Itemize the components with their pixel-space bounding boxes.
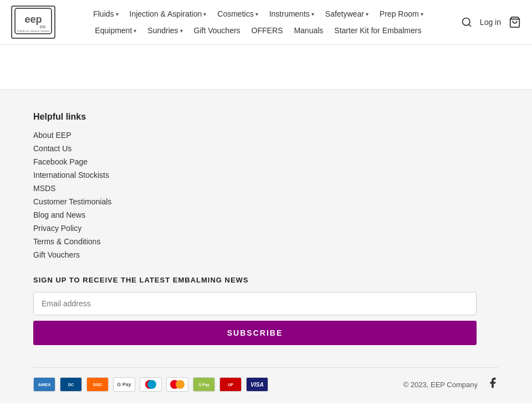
- footer-link-testimonials[interactable]: Customer Testimonials: [33, 197, 111, 206]
- nav-safetywear[interactable]: Safetywear ▾: [321, 7, 373, 20]
- visa-icon: VISA: [246, 377, 268, 392]
- nav-starter-kit[interactable]: Starter Kit for Embalmers: [330, 24, 426, 37]
- nav-fluids[interactable]: Fluids ▾: [89, 7, 122, 20]
- maestro-icon: [140, 377, 162, 392]
- subscribe-button[interactable]: SUBSCRIBE: [33, 321, 477, 345]
- search-button[interactable]: [461, 17, 472, 28]
- login-link[interactable]: Log in: [480, 18, 501, 27]
- list-item: Gift Vouchers: [33, 250, 499, 259]
- footer-link-blog[interactable]: Blog and News: [33, 210, 85, 219]
- svg-line-5: [469, 24, 471, 27]
- unionpay-icon: UP: [219, 377, 242, 392]
- footer-link-gift-vouchers[interactable]: Gift Vouchers: [33, 250, 80, 259]
- list-item: Contact Us: [33, 144, 499, 153]
- chevron-down-icon: ▾: [311, 11, 314, 17]
- gpay-icon: G Pay: [113, 377, 135, 392]
- header-icons: Log in: [461, 16, 521, 28]
- list-item: Blog and News: [33, 210, 499, 219]
- nav-row-2: Equipment ▾ Sundries ▾ Gift Vouchers OFF…: [90, 24, 426, 37]
- list-item: MSDS: [33, 184, 499, 193]
- list-item: Privacy Policy: [33, 224, 499, 233]
- nav-instruments[interactable]: Instruments ▾: [265, 7, 319, 20]
- chevron-down-icon: ▾: [421, 11, 423, 17]
- chevron-down-icon: ▾: [366, 11, 369, 17]
- footer-link-privacy[interactable]: Privacy Policy: [33, 224, 81, 233]
- amex-icon: AMEX: [33, 377, 55, 392]
- site-footer: Helpful links About EEP Contact Us Faceb…: [0, 89, 532, 403]
- list-item: About EEP: [33, 131, 499, 140]
- chevron-down-icon: ▾: [116, 11, 119, 17]
- footer-link-msds[interactable]: MSDS: [33, 184, 55, 193]
- nav-injection-aspiration[interactable]: Injection & Aspiration ▾: [125, 7, 211, 20]
- footer-link-stockists[interactable]: International Stockists: [33, 171, 109, 179]
- copyright-text: © 2023, EEP Company: [403, 381, 478, 389]
- nav-row-1: Fluids ▾ Injection & Aspiration ▾ Cosmet…: [89, 7, 427, 20]
- footer-link-terms[interactable]: Terms & Conditions: [33, 237, 100, 246]
- svg-text:co: co: [40, 24, 46, 29]
- chevron-down-icon: ▾: [134, 28, 136, 34]
- nav-offers[interactable]: OFFERS: [247, 24, 288, 37]
- shopify-pay-icon: S Pay: [193, 377, 215, 392]
- list-item: Terms & Conditions: [33, 237, 499, 246]
- logo-text: eep co Click to return home: [14, 7, 53, 38]
- footer-bottom: AMEX DC DISC G Pay S Pay UP VISA © 2023,…: [33, 367, 499, 392]
- nav-manuals[interactable]: Manuals: [289, 24, 328, 37]
- nav-equipment[interactable]: Equipment ▾: [90, 24, 141, 37]
- logo[interactable]: eep co Click to return home: [11, 6, 55, 39]
- mastercard-icon: [166, 377, 188, 392]
- list-item: Customer Testimonials: [33, 197, 499, 206]
- chevron-down-icon: ▾: [255, 11, 258, 17]
- footer-helpful-links: Helpful links About EEP Contact Us Faceb…: [33, 112, 499, 259]
- signup-section: SIGN UP TO RECEIVE THE LATEST EMBALMING …: [33, 276, 499, 345]
- diners-icon: DC: [60, 377, 82, 392]
- main-nav: Fluids ▾ Injection & Aspiration ▾ Cosmet…: [66, 7, 450, 37]
- footer-section-title: Helpful links: [33, 112, 499, 122]
- footer-links-list: About EEP Contact Us Facebook Page Inter…: [33, 131, 499, 259]
- list-item: Facebook Page: [33, 157, 499, 166]
- footer-link-contact[interactable]: Contact Us: [33, 144, 71, 153]
- footer-link-about[interactable]: About EEP: [33, 131, 71, 140]
- nav-sundries[interactable]: Sundries ▾: [143, 24, 187, 37]
- cart-button[interactable]: [509, 16, 521, 28]
- footer-right: © 2023, EEP Company: [403, 377, 499, 392]
- payment-icons: AMEX DC DISC G Pay S Pay UP VISA: [33, 377, 268, 392]
- discover-icon: DISC: [86, 377, 109, 392]
- site-header: eep co Click to return home Fluids ▾ Inj…: [0, 0, 532, 45]
- main-content: [0, 45, 532, 89]
- signup-title: SIGN UP TO RECEIVE THE LATEST EMBALMING …: [33, 276, 499, 284]
- email-input[interactable]: [33, 292, 477, 315]
- svg-text:eep: eep: [24, 14, 42, 25]
- chevron-down-icon: ▾: [180, 28, 183, 34]
- nav-prep-room[interactable]: Prep Room ▾: [375, 7, 428, 20]
- chevron-down-icon: ▾: [203, 11, 206, 17]
- nav-cosmetics[interactable]: Cosmetics ▾: [213, 7, 262, 20]
- svg-text:Click to return home: Click to return home: [17, 29, 50, 33]
- footer-link-facebook[interactable]: Facebook Page: [33, 157, 88, 166]
- list-item: International Stockists: [33, 171, 499, 179]
- nav-gift-vouchers[interactable]: Gift Vouchers: [190, 24, 245, 37]
- facebook-icon[interactable]: [487, 377, 499, 392]
